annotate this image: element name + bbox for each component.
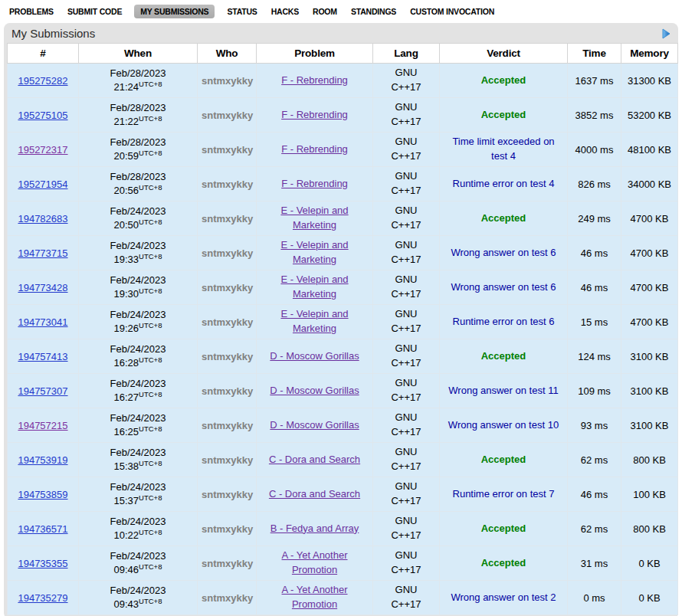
verdict-text[interactable]: Accepted — [481, 523, 526, 534]
cell-time: 1637 ms — [568, 64, 621, 98]
problem-link[interactable]: A - Yet Another Promotion — [264, 549, 366, 578]
user-link[interactable]: sntmxykky — [202, 110, 253, 121]
verdict-text[interactable]: Wrong answer on test 10 — [448, 419, 559, 431]
submission-id-link[interactable]: 194736571 — [18, 523, 67, 535]
verdict-text[interactable]: Accepted — [481, 212, 526, 224]
user-link[interactable]: sntmxykky — [202, 385, 253, 397]
execution-time: 62 ms — [581, 454, 608, 466]
problem-link[interactable]: C - Dora and Search — [269, 453, 360, 467]
user-link[interactable]: sntmxykky — [202, 316, 253, 328]
nav-item-status[interactable]: Status — [225, 5, 258, 18]
memory-consumed: 800 KB — [633, 523, 666, 535]
cell-lang: GNU C++17 — [373, 581, 440, 615]
cell-who: sntmxykky — [198, 408, 257, 443]
cell-verdict: Accepted — [440, 202, 568, 236]
verdict-text[interactable]: Wrong answer on test 11 — [448, 385, 558, 396]
verdict-text[interactable]: Wrong answer on test 6 — [451, 281, 556, 293]
user-link[interactable]: sntmxykky — [202, 351, 253, 362]
problem-link[interactable]: F - Rebrending — [281, 143, 348, 157]
nav-item-my-submissions[interactable]: My Submissions — [134, 5, 215, 18]
verdict-text[interactable]: Runtime error on test 4 — [453, 178, 555, 189]
cell-submission-id: 194735279 — [8, 581, 79, 615]
problem-link[interactable]: A - Yet Another Promotion — [264, 583, 366, 612]
submission-id-link[interactable]: 194773715 — [18, 247, 67, 259]
panel-caption: My Submissions — [7, 23, 675, 43]
timezone-label: UTC+8 — [139, 459, 162, 467]
nav-item-room[interactable]: Room — [311, 5, 339, 18]
submission-id-link[interactable]: 194753919 — [18, 454, 67, 466]
cell-lang: GNU C++17 — [373, 546, 440, 581]
user-link[interactable]: sntmxykky — [202, 454, 253, 466]
submission-id-link[interactable]: 194757307 — [18, 385, 67, 397]
cell-submission-id: 194757413 — [8, 339, 79, 374]
user-link[interactable]: sntmxykky — [202, 420, 253, 431]
header-problem: Problem — [257, 44, 373, 64]
problem-link[interactable]: F - Rebrending — [281, 74, 348, 88]
header-id: # — [8, 44, 79, 64]
problem-link[interactable]: C - Dora and Search — [269, 487, 360, 502]
submission-id-link[interactable]: 194753859 — [18, 489, 67, 500]
cell-submission-id: 194773428 — [8, 270, 79, 305]
nav-item-submit-code[interactable]: Submit Code — [66, 5, 123, 18]
problem-link[interactable]: E - Velepin and Marketing — [264, 204, 366, 233]
verdict-text[interactable]: Runtime error on test 6 — [453, 316, 555, 327]
submission-id-link[interactable]: 194735279 — [18, 592, 67, 604]
user-link[interactable]: sntmxykky — [202, 247, 253, 259]
problem-link[interactable]: E - Velepin and Marketing — [264, 307, 366, 336]
cell-lang: GNU C++17 — [373, 236, 440, 270]
cell-problem: F - Rebrending — [257, 64, 373, 98]
timezone-label: UTC+8 — [139, 562, 162, 571]
submission-id-link[interactable]: 195275282 — [18, 75, 67, 87]
verdict-text[interactable]: Runtime error on test 7 — [453, 488, 555, 500]
problem-link[interactable]: F - Rebrending — [281, 108, 348, 123]
submission-id-link[interactable]: 194773041 — [18, 316, 67, 328]
submission-id-link[interactable]: 194757413 — [18, 351, 67, 362]
verdict-text[interactable]: Wrong answer on test 6 — [451, 247, 556, 258]
cell-submission-id: 194773715 — [8, 236, 79, 270]
nav-item-problems[interactable]: Problems — [8, 5, 55, 18]
timezone-label: UTC+8 — [139, 321, 162, 329]
problem-link[interactable]: E - Velepin and Marketing — [264, 238, 366, 267]
nav-item-custom-invocation[interactable]: Custom Invocation — [408, 5, 496, 18]
user-link[interactable]: sntmxykky — [202, 75, 253, 87]
submission-id-link[interactable]: 194735355 — [18, 558, 67, 569]
expand-arrow-icon[interactable] — [662, 28, 671, 39]
submission-id-link[interactable]: 195272317 — [18, 144, 67, 156]
user-link[interactable]: sntmxykky — [202, 523, 253, 535]
execution-time: 3852 ms — [575, 110, 614, 121]
problem-link[interactable]: D - Moscow Gorillas — [270, 349, 359, 364]
submission-id-link[interactable]: 195271954 — [18, 179, 67, 190]
verdict-text[interactable]: Accepted — [481, 350, 526, 362]
submission-date: Feb/24/2023 — [83, 274, 193, 287]
submission-id-link[interactable]: 194773428 — [18, 282, 67, 293]
cell-memory: 100 KB — [621, 477, 678, 512]
verdict-text[interactable]: Accepted — [481, 74, 526, 86]
problem-link[interactable]: D - Moscow Gorillas — [270, 384, 359, 398]
user-link[interactable]: sntmxykky — [202, 179, 253, 190]
nav-item-hacks[interactable]: Hacks — [270, 5, 300, 18]
verdict-text[interactable]: Time limit exceeded on test 4 — [452, 136, 554, 162]
execution-time: 15 ms — [581, 316, 608, 328]
problem-link[interactable]: B - Fedya and Array — [271, 522, 359, 536]
cell-time: 46 ms — [568, 477, 621, 512]
verdict-text[interactable]: Accepted — [481, 454, 526, 465]
verdict-text[interactable]: Wrong answer on test 2 — [451, 591, 556, 603]
problem-link[interactable]: F - Rebrending — [281, 177, 348, 192]
user-link[interactable]: sntmxykky — [202, 144, 253, 156]
cell-lang: GNU C++17 — [373, 202, 440, 236]
submission-id-link[interactable]: 194782683 — [18, 213, 67, 224]
submission-id-link[interactable]: 195275105 — [18, 110, 67, 121]
cell-who: sntmxykky — [198, 443, 257, 477]
user-link[interactable]: sntmxykky — [202, 282, 253, 293]
verdict-text[interactable]: Accepted — [481, 109, 526, 120]
cell-lang: GNU C++17 — [373, 98, 440, 133]
user-link[interactable]: sntmxykky — [202, 489, 253, 500]
user-link[interactable]: sntmxykky — [202, 592, 253, 604]
verdict-text[interactable]: Accepted — [481, 557, 526, 568]
user-link[interactable]: sntmxykky — [202, 213, 253, 224]
submission-id-link[interactable]: 194757215 — [18, 420, 67, 431]
problem-link[interactable]: D - Moscow Gorillas — [270, 418, 359, 433]
problem-link[interactable]: E - Velepin and Marketing — [264, 273, 366, 302]
nav-item-standings[interactable]: Standings — [349, 5, 398, 18]
user-link[interactable]: sntmxykky — [202, 558, 253, 569]
